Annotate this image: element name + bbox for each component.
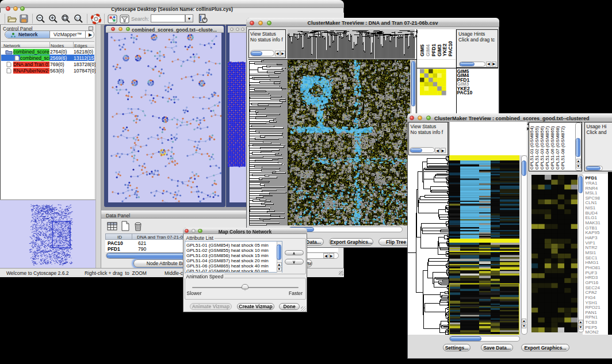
svg-text:GIM5: GIM5 <box>419 44 425 56</box>
svg-text:GPL51-01 (GSM854): GPL51-01 (GSM854) <box>529 126 534 170</box>
svg-text:GPL51-03 (GSM856): GPL51-03 (GSM856) <box>540 126 545 170</box>
svg-text:PAC10: PAC10 <box>447 41 453 56</box>
svg-text:GPL51-08 (GSM872): GPL51-08 (GSM872) <box>560 126 565 170</box>
svg-text:GPL51-04 (GSM857): GPL51-04 (GSM857) <box>545 126 550 170</box>
svg-text:GIM4: GIM4 <box>425 44 431 56</box>
svg-text:GPL51-06 (GSM865): GPL51-06 (GSM865) <box>550 126 555 170</box>
svg-text:GPL51-02 (GSM855): GPL51-02 (GSM855) <box>534 126 540 170</box>
svg-text:GIM3: GIM3 <box>437 44 442 56</box>
svg-text:PFD1: PFD1 <box>431 44 437 56</box>
svg-text:YKE2: YKE2 <box>442 44 447 56</box>
svg-text:GPL51-07 (GSM868): GPL51-07 (GSM868) <box>555 126 560 170</box>
svg-text:1:1: 1:1 <box>76 17 81 20</box>
